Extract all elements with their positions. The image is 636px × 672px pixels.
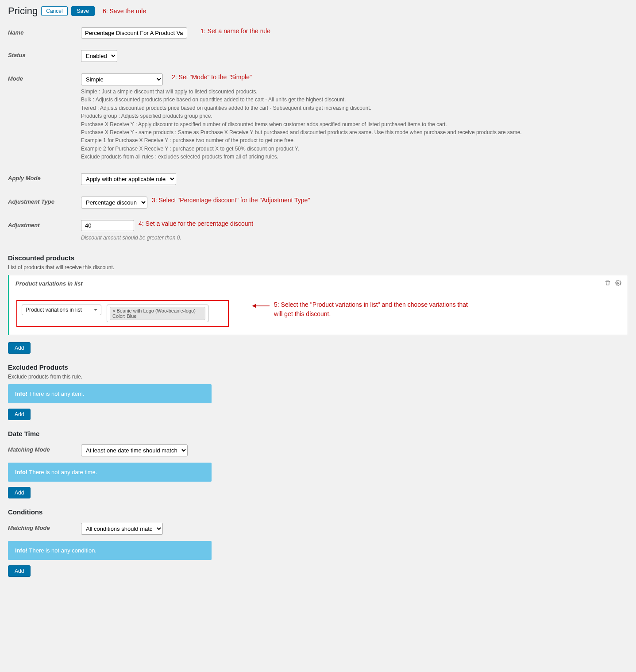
annotation-6: 6: Save the rule [103, 8, 146, 15]
add-datetime-button[interactable]: Add [8, 487, 31, 498]
add-condition-button[interactable]: Add [8, 565, 31, 577]
adjustment-label: Adjustment [8, 220, 81, 228]
adj-type-select[interactable]: Percentage discount [81, 197, 147, 209]
status-select[interactable]: Enabled [81, 50, 117, 62]
highlighted-selector-box: Product variations in list × Beanie with… [16, 300, 229, 327]
conditions-info: Info! There is not any condition. [8, 541, 212, 560]
page-title: Pricing [8, 5, 38, 17]
svg-point-0 [617, 282, 619, 284]
variations-tag-input[interactable]: × Beanie with Logo (Woo-beanie-logo) Col… [107, 305, 208, 322]
discounted-title: Discounted products [8, 254, 628, 262]
annotation-4: 4: Set a value for the percentage discou… [139, 220, 253, 227]
annotation-3: 3: Select "Percentage discount" for the … [152, 197, 310, 204]
conditions-match-label: Matching Mode [8, 523, 81, 531]
apply-mode-label: Apply Mode [8, 173, 81, 182]
adj-type-label: Adjustment Type [8, 197, 81, 205]
mode-help: Simple : Just a simple discount that wil… [81, 88, 522, 162]
arrow-icon [252, 303, 270, 309]
add-discounted-button[interactable]: Add [8, 342, 31, 354]
panel-title: Product variations in list [15, 280, 83, 287]
conditions-title: Conditions [8, 508, 628, 516]
adjustment-note: Discount amount should be greater than 0… [81, 235, 181, 241]
trash-icon[interactable] [605, 280, 611, 287]
status-label: Status [8, 50, 81, 58]
datetime-match-label: Matching Mode [8, 444, 81, 453]
variation-chip[interactable]: × Beanie with Logo (Woo-beanie-logo) Col… [110, 307, 205, 320]
mode-label: Mode [8, 73, 81, 82]
excluded-info: Info! There is not any item. [8, 384, 212, 403]
name-label: Name [8, 27, 81, 36]
adjustment-input[interactable] [81, 220, 134, 231]
excluded-sub: Exclude products from this rule. [8, 374, 628, 380]
excluded-title: Excluded Products [8, 363, 628, 371]
save-button[interactable]: Save [71, 6, 95, 16]
annotation-2: 2: Set "Mode" to the "Simple" [172, 73, 252, 81]
datetime-title: Date Time [8, 430, 628, 437]
discounted-sub: List of products that will receive this … [8, 264, 628, 270]
variation-type-select[interactable]: Product variations in list [22, 305, 101, 315]
name-input[interactable] [81, 27, 187, 39]
annotation-1: 1: Set a name for the rule [200, 27, 270, 35]
datetime-info: Info! There is not any date time. [8, 463, 212, 482]
datetime-match-select[interactable]: At least one date time should match [81, 444, 188, 456]
discounted-panel: Product variations in list Product varia… [8, 275, 628, 335]
cancel-button[interactable]: Cancel [41, 6, 67, 16]
annotation-5: 5: Select the "Product variations in lis… [274, 300, 478, 319]
gear-icon[interactable] [615, 280, 621, 287]
conditions-match-select[interactable]: All conditions should match [81, 523, 163, 535]
mode-select[interactable]: Simple [81, 73, 163, 85]
apply-mode-select[interactable]: Apply with other applicable rules [81, 173, 176, 185]
add-excluded-button[interactable]: Add [8, 409, 31, 420]
